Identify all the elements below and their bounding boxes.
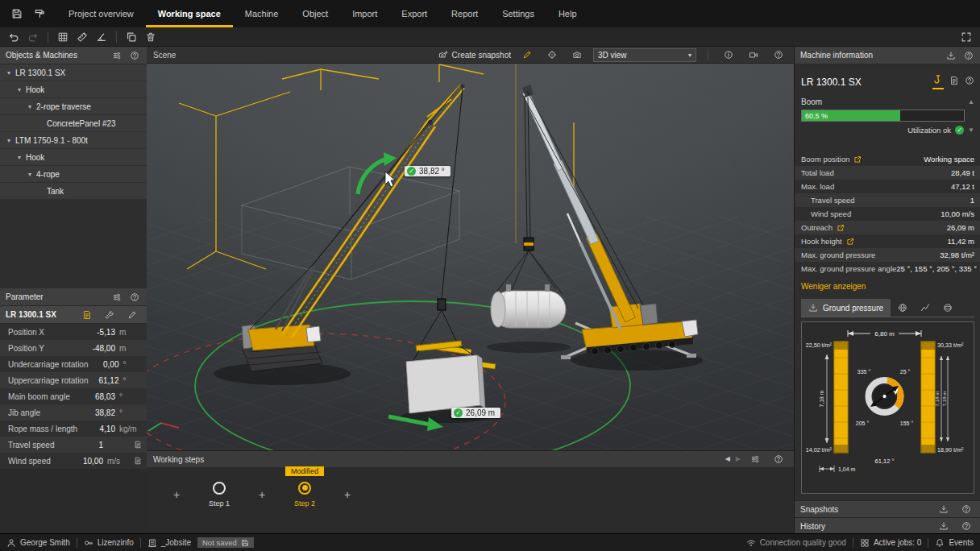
parameter-table-icon[interactable]: [130, 457, 142, 465]
step-1-marker[interactable]: [213, 482, 226, 495]
delete-icon[interactable]: [142, 29, 160, 45]
menu-item[interactable]: Import: [340, 0, 389, 27]
machine-info-row[interactable]: Boom position Working space: [795, 152, 980, 166]
parameter-value[interactable]: 38,82: [85, 408, 115, 417]
machine-info-row[interactable]: Max. load 47,12 t: [795, 180, 980, 193]
tree-row[interactable]: ▾ Hook: [0, 149, 147, 166]
undo-icon[interactable]: [5, 29, 23, 45]
draw-pen-icon[interactable]: [518, 47, 536, 63]
add-step-button[interactable]: +: [171, 488, 182, 501]
parameter-value[interactable]: 4,10: [85, 425, 115, 433]
tab-ground-pressure[interactable]: Ground pressure: [801, 299, 891, 317]
menu-item[interactable]: Help: [546, 0, 589, 27]
dock-panel-icon[interactable]: [944, 49, 957, 62]
tab-chart[interactable]: [915, 299, 936, 317]
machine-info-row[interactable]: Max. ground pressure 32,98 t/m²: [795, 248, 980, 262]
parameter-row[interactable]: Position Y -48,00 m: [0, 340, 147, 356]
tab-sphere[interactable]: [937, 299, 958, 317]
menu-item[interactable]: Machine: [233, 0, 291, 27]
menu-item[interactable]: Working space: [146, 0, 233, 27]
create-snapshot-button[interactable]: Create snapshot: [438, 50, 511, 60]
show-less-link[interactable]: Weniger anzeigen: [801, 282, 974, 291]
filter-icon[interactable]: [746, 451, 764, 467]
datasheet-icon[interactable]: [949, 76, 959, 88]
snapshots-bar[interactable]: Snapshots: [795, 500, 980, 517]
history-bar[interactable]: History: [795, 517, 980, 534]
help-icon[interactable]: [961, 49, 975, 62]
external-link-icon[interactable]: [846, 238, 854, 246]
scroll-up-icon[interactable]: ▲: [968, 98, 974, 106]
help-icon[interactable]: [127, 49, 141, 62]
tree-row[interactable]: ▾ LTM 1750-9.1 - 800t: [0, 132, 147, 149]
step-next-icon[interactable]: ▶: [736, 456, 741, 462]
filter-icon[interactable]: [110, 49, 123, 62]
parameter-value[interactable]: -48,00: [85, 344, 115, 353]
hook-tab-icon[interactable]: [932, 74, 944, 89]
parameter-row[interactable]: Travel speed 1: [0, 437, 147, 453]
tree-row[interactable]: ConcretePanel #23: [0, 115, 147, 132]
tree-row[interactable]: ▾ 4-rope: [0, 166, 147, 183]
step-2[interactable]: Modified Step 2: [285, 482, 324, 508]
active-jobs-item[interactable]: Active jobs: 0: [860, 538, 921, 548]
scroll-down-icon[interactable]: ▼: [968, 126, 974, 134]
machine-info-row[interactable]: Max. ground pressure angle 25 °, 155 °, …: [795, 262, 980, 276]
add-step-button[interactable]: +: [342, 488, 353, 501]
parameter-value[interactable]: 61,12: [89, 376, 119, 385]
tree-row[interactable]: ▾ Hook: [0, 81, 147, 98]
angle-tool-icon[interactable]: [93, 29, 110, 45]
help-icon[interactable]: [957, 518, 975, 534]
step-1[interactable]: Step 1: [200, 482, 239, 508]
machine-info-row[interactable]: Travel speed 1: [795, 193, 980, 207]
parameter-value[interactable]: 1: [73, 441, 103, 450]
menu-item[interactable]: Export: [389, 0, 439, 27]
tree-caret-icon[interactable]: ▾: [15, 86, 23, 93]
parameter-machine-row[interactable]: LR 1300.1 SX: [0, 306, 147, 324]
machine-info-row[interactable]: Wind speed 10,00 m/s: [795, 207, 980, 221]
help-icon[interactable]: [770, 451, 787, 467]
parameter-table-icon[interactable]: [130, 441, 142, 449]
tab-globe[interactable]: [892, 299, 913, 317]
parameter-row[interactable]: Jib angle 38,82 °: [0, 404, 147, 420]
help-icon[interactable]: [957, 501, 975, 517]
parameter-list-icon[interactable]: [78, 307, 96, 323]
video-icon[interactable]: [745, 47, 762, 63]
machine-info-row[interactable]: Hook height 11,42 m: [795, 234, 980, 248]
parameter-value[interactable]: 68,03: [85, 392, 115, 401]
save-icon[interactable]: [8, 6, 26, 22]
menu-item[interactable]: Report: [439, 0, 490, 27]
external-link-icon[interactable]: [853, 155, 862, 164]
events-item[interactable]: Events: [935, 538, 974, 548]
parameter-row[interactable]: Undercarriage rotation 0,00 °: [0, 356, 147, 372]
help-icon[interactable]: [965, 76, 974, 88]
tree-caret-icon[interactable]: ▾: [5, 137, 13, 144]
copy-icon[interactable]: [122, 29, 140, 45]
parameter-value[interactable]: -5,13: [85, 328, 115, 337]
camera-icon[interactable]: [568, 47, 586, 63]
tree-row[interactable]: ▾ 2-rope traverse: [0, 98, 147, 115]
parameter-row[interactable]: Rope mass / length 4,10 kg/m: [0, 420, 147, 437]
info-icon[interactable]: [720, 47, 737, 63]
menu-item[interactable]: Project overview: [56, 0, 146, 27]
target-icon[interactable]: [543, 47, 561, 63]
fullscreen-icon[interactable]: [957, 29, 975, 45]
parameter-row[interactable]: Uppercarriage rotation 61,12 °: [0, 372, 147, 388]
parameter-value[interactable]: 10,00: [73, 457, 103, 466]
tree-caret-icon[interactable]: ▾: [26, 103, 34, 110]
edit-pen-icon[interactable]: [123, 307, 141, 323]
3d-viewport[interactable]: ✓ 38,82 ° ✓ 26,09 m: [147, 64, 794, 450]
machine-info-row[interactable]: Total load 28,49 t: [795, 166, 980, 180]
paint-roller-icon[interactable]: [31, 6, 48, 22]
tree-caret-icon[interactable]: ▾: [26, 171, 34, 178]
dock-panel-icon[interactable]: [935, 518, 953, 534]
tree-row[interactable]: ▾ LR 1300.1 SX: [0, 64, 147, 81]
user-item[interactable]: George Smith: [6, 538, 70, 548]
help-icon[interactable]: [770, 47, 787, 63]
menu-item[interactable]: Object: [290, 0, 340, 27]
external-link-icon[interactable]: [837, 224, 845, 232]
parameter-row[interactable]: Position X -5,13 m: [0, 324, 147, 340]
tree-row[interactable]: Tank: [0, 183, 147, 200]
menu-item[interactable]: Settings: [490, 0, 546, 27]
step-2-marker[interactable]: [298, 482, 311, 495]
step-prev-icon[interactable]: ◀: [725, 456, 730, 462]
jobsite-item[interactable]: _Jobsite: [147, 538, 191, 548]
